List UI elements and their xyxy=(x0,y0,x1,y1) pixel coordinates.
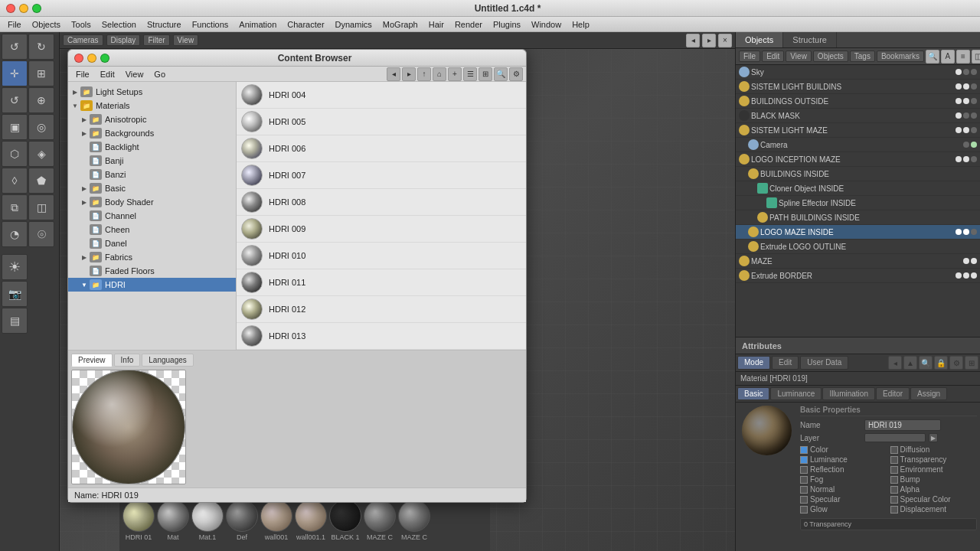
rp-btn-view[interactable]: View xyxy=(786,51,812,62)
obj-item-sistem-light-buildins[interactable]: SISTEM LIGHT BUILDINS xyxy=(736,80,980,94)
attr-tab-assign[interactable]: Assign xyxy=(910,387,947,400)
obj-item-sky[interactable]: Sky xyxy=(736,65,980,80)
cb-home-icon[interactable]: ⌂ xyxy=(433,67,446,81)
tree-item-banji[interactable]: 📄 Banji xyxy=(68,154,236,168)
attr-expand-icon[interactable]: ⊞ xyxy=(965,356,978,370)
list-item[interactable]: HDRI 010 xyxy=(237,243,526,269)
attr-tab-luminance[interactable]: Luminance xyxy=(770,387,822,400)
checkbox-transparency[interactable] xyxy=(890,456,898,464)
obj-item-path-buildings[interactable]: PATH BUILDINGS INSIDE xyxy=(736,210,980,225)
rp-btn-edit[interactable]: Edit xyxy=(762,51,784,62)
vp-cameras[interactable]: Cameras xyxy=(63,34,103,46)
mat-item[interactable]: Def xyxy=(226,500,258,548)
close-button[interactable] xyxy=(6,4,15,13)
obj-item-extrude-logo[interactable]: Extrude LOGO OUTLINE xyxy=(736,240,980,254)
rp-btn-file[interactable]: File xyxy=(739,51,760,62)
obj-item-maze[interactable]: MAZE xyxy=(736,254,980,269)
tool-obj7[interactable]: ⧉ xyxy=(2,194,28,220)
list-item[interactable]: HDRI 013 xyxy=(237,323,526,350)
tree-item-danel[interactable]: 📄 Danel xyxy=(68,236,236,250)
rp-icon-c[interactable]: ◫ xyxy=(972,50,980,64)
preview-tab-languages[interactable]: Languages xyxy=(142,354,194,367)
vp-icon-3[interactable]: × xyxy=(718,34,732,47)
tool-light[interactable]: ☀ xyxy=(2,254,28,280)
cb-search-icon[interactable]: 🔍 xyxy=(494,67,508,81)
name-input[interactable] xyxy=(864,419,941,431)
checkbox-luminance[interactable] xyxy=(800,456,808,464)
cb-grid-icon[interactable]: ⊞ xyxy=(479,67,492,81)
attr-nav-prev[interactable]: ◂ xyxy=(888,356,902,370)
obj-item-logo-maze-inside[interactable]: LOGO MAZE INSIDE xyxy=(736,225,980,240)
cb-window-controls[interactable] xyxy=(74,54,109,63)
tool-redo[interactable]: ↻ xyxy=(28,34,54,60)
attr-settings-icon[interactable]: ⚙ xyxy=(949,356,963,370)
preview-tab-info[interactable]: Info xyxy=(114,354,141,367)
obj-item-spline-effector[interactable]: Spline Effector INSIDE xyxy=(736,196,980,210)
checkbox-specular-color[interactable] xyxy=(890,496,898,504)
window-controls[interactable] xyxy=(6,4,41,13)
menu-plugins[interactable]: Plugins xyxy=(488,19,525,30)
rp-btn-bookmarks[interactable]: Bookmarks xyxy=(877,51,924,62)
mat-item[interactable]: BLACK 1 xyxy=(329,500,361,548)
list-item[interactable]: HDRI 004 xyxy=(237,82,526,109)
minimize-button[interactable] xyxy=(19,4,28,13)
vp-display[interactable]: Display xyxy=(106,34,141,46)
tool-paint[interactable]: ◔ xyxy=(2,221,28,247)
rp-btn-tags[interactable]: Tags xyxy=(850,51,875,62)
menu-functions[interactable]: Functions xyxy=(188,19,234,30)
menu-file[interactable]: File xyxy=(3,19,26,30)
checkbox-glow[interactable] xyxy=(800,506,808,514)
list-item[interactable]: HDRI 005 xyxy=(237,109,526,135)
menu-structure[interactable]: Structure xyxy=(142,19,186,30)
menu-objects[interactable]: Objects xyxy=(28,19,65,30)
mat-item[interactable]: MAZE C xyxy=(398,500,430,548)
obj-item-cloner[interactable]: Cloner Object INSIDE xyxy=(736,181,980,196)
obj-item-black-mask[interactable]: BLACK MASK xyxy=(736,109,980,123)
tree-item-light-setups[interactable]: ▶ 📁 Light Setups xyxy=(68,85,236,99)
rp-icon-b[interactable]: ≡ xyxy=(956,50,970,64)
tree-item-hdri[interactable]: ▼ 📁 HDRI xyxy=(68,278,236,292)
list-item[interactable]: HDRI 008 xyxy=(237,189,526,216)
mat-item[interactable]: Mat.1 xyxy=(191,500,224,548)
menu-character[interactable]: Character xyxy=(283,19,328,30)
attr-lock-icon[interactable]: 🔒 xyxy=(934,356,948,370)
tree-item-fabrics[interactable]: ▶ 📁 Fabrics xyxy=(68,250,236,264)
checkbox-normal[interactable] xyxy=(800,486,808,494)
tool-obj6[interactable]: ⬟ xyxy=(28,168,54,194)
obj-item-buildings-inside[interactable]: BUILDINGS INSIDE xyxy=(736,167,980,181)
menu-mograph[interactable]: MoGraph xyxy=(378,19,423,30)
checkbox-alpha[interactable] xyxy=(890,486,898,494)
menu-animation[interactable]: Animation xyxy=(234,19,281,30)
tool-obj2[interactable]: ◎ xyxy=(28,114,54,140)
tree-item-faded-floors[interactable]: 📄 Faded Floors xyxy=(68,264,236,278)
tool-move[interactable]: ✛ xyxy=(2,60,28,86)
attr-edit-btn[interactable]: Edit xyxy=(772,356,799,370)
cb-close-button[interactable] xyxy=(74,54,83,63)
menu-dynamics[interactable]: Dynamics xyxy=(331,19,377,30)
layer-expand-btn[interactable]: ▶ xyxy=(929,433,938,442)
vp-view[interactable]: View xyxy=(173,34,199,46)
preview-tab-preview[interactable]: Preview xyxy=(71,354,113,367)
checkbox-fog[interactable] xyxy=(800,476,808,484)
tab-objects[interactable]: Objects xyxy=(736,32,783,47)
tool-cam[interactable]: 📷 xyxy=(2,281,28,307)
cb-back-icon[interactable]: ◂ xyxy=(387,67,400,81)
cb-menu-edit[interactable]: Edit xyxy=(96,69,119,80)
attr-nav-up[interactable]: ▲ xyxy=(903,356,917,370)
mat-item[interactable]: HDRI 01 xyxy=(122,500,155,548)
menu-help[interactable]: Help xyxy=(567,19,594,30)
tool-select[interactable]: ⊕ xyxy=(28,87,54,113)
tree-item-banzi[interactable]: 📄 Banzi xyxy=(68,168,236,181)
obj-item-extrude-border[interactable]: Extrude BORDER xyxy=(736,269,980,283)
mat-item[interactable]: wall001.1 xyxy=(295,500,327,548)
cb-menu-go[interactable]: Go xyxy=(149,69,170,80)
tree-item-channel[interactable]: 📄 Channel xyxy=(68,209,236,223)
list-item[interactable]: HDRI 006 xyxy=(237,135,526,162)
checkbox-reflection[interactable] xyxy=(800,466,808,474)
attr-userdata-btn[interactable]: User Data xyxy=(800,356,848,370)
tree-item-backlight[interactable]: 📄 Backlight xyxy=(68,140,236,154)
menu-window[interactable]: Window xyxy=(527,19,566,30)
list-item[interactable]: HDRI 009 xyxy=(237,216,526,243)
cb-settings-icon[interactable]: ⚙ xyxy=(509,67,523,81)
attr-tab-basic[interactable]: Basic xyxy=(737,387,769,400)
